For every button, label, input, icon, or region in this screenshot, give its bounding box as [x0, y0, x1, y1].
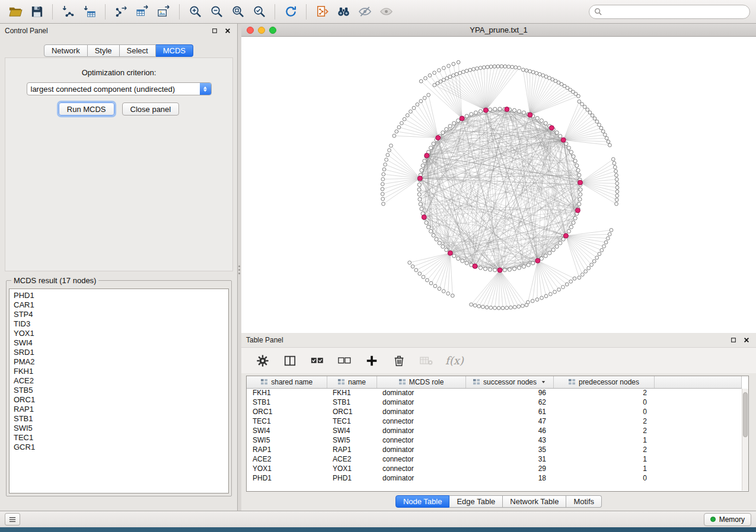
save-session-button[interactable]: [27, 3, 46, 21]
table-row[interactable]: TEC1TEC1connector472: [247, 416, 742, 426]
cell-predecessor-nodes[interactable]: 0: [553, 407, 654, 416]
search-network-button[interactable]: [334, 3, 353, 21]
delete-rows-button[interactable]: [391, 352, 407, 369]
minimize-window-icon[interactable]: [258, 27, 265, 34]
cell-name[interactable]: PHD1: [327, 473, 377, 483]
tab-motifs[interactable]: Motifs: [566, 495, 602, 508]
zoom-in-button[interactable]: [186, 3, 205, 21]
cell-predecessor-nodes[interactable]: 1: [553, 454, 654, 464]
cell-successor-nodes[interactable]: 46: [465, 426, 553, 435]
table-row[interactable]: ORC1ORC1dominator610: [247, 407, 742, 416]
table-vertical-scrollbar[interactable]: [742, 389, 748, 491]
mcds-result-item[interactable]: ORC1: [14, 395, 228, 405]
cell-mcds-role[interactable]: dominator: [377, 407, 465, 416]
run-mcds-button[interactable]: Run MCDS: [59, 102, 114, 116]
mcds-result-item[interactable]: SRD1: [14, 348, 228, 357]
cell-mcds-role[interactable]: dominator: [377, 445, 465, 454]
mcds-result-item[interactable]: RAP1: [14, 405, 228, 414]
cell-shared-name[interactable]: SWI4: [247, 426, 327, 435]
eye-button[interactable]: [377, 3, 395, 21]
cell-successor-nodes[interactable]: 62: [465, 398, 553, 407]
tab-select[interactable]: Select: [120, 44, 156, 57]
cell-mcds-role[interactable]: connector: [377, 416, 465, 426]
cell-shared-name[interactable]: TEC1: [247, 416, 327, 426]
cell-name[interactable]: ACE2: [327, 454, 377, 464]
network-canvas[interactable]: [241, 37, 756, 333]
cell-shared-name[interactable]: ORC1: [247, 407, 327, 416]
export-table-button[interactable]: [133, 3, 152, 21]
close-control-panel-button[interactable]: [223, 26, 232, 36]
table-row[interactable]: PHD1PHD1dominator180: [247, 473, 742, 483]
float-table-panel-button[interactable]: [729, 335, 738, 345]
cell-name[interactable]: RAP1: [327, 445, 377, 454]
cell-name[interactable]: STB1: [327, 398, 377, 407]
cell-successor-nodes[interactable]: 31: [465, 454, 553, 464]
import-network-file-button[interactable]: [59, 3, 78, 21]
search-input[interactable]: [605, 8, 745, 16]
mcds-result-item[interactable]: PHD1: [14, 291, 228, 300]
cell-predecessor-nodes[interactable]: 0: [553, 398, 654, 407]
export-image-button[interactable]: [154, 3, 173, 21]
import-table-file-button[interactable]: [80, 3, 99, 21]
mcds-result-item[interactable]: STB1: [14, 414, 228, 424]
cell-mcds-role[interactable]: connector: [377, 454, 465, 464]
cell-predecessor-nodes[interactable]: 2: [553, 445, 654, 454]
tab-node-table[interactable]: Node Table: [395, 495, 450, 508]
cell-successor-nodes[interactable]: 29: [465, 464, 553, 473]
show-columns-button[interactable]: [282, 352, 298, 369]
memory-button[interactable]: Memory: [704, 513, 751, 526]
table-row[interactable]: STB1STB1dominator620: [247, 398, 742, 407]
cell-name[interactable]: FKH1: [327, 388, 377, 398]
tab-network[interactable]: Network: [44, 44, 88, 57]
mcds-result-item[interactable]: STB5: [14, 386, 228, 395]
cell-mcds-role[interactable]: dominator: [377, 473, 465, 483]
show-graphics-details-button[interactable]: [355, 3, 374, 21]
table-row[interactable]: SWI5SWI5connector431: [247, 435, 742, 445]
close-window-icon[interactable]: [247, 27, 254, 34]
mcds-result-item[interactable]: FKH1: [14, 367, 228, 376]
mcds-result-item[interactable]: TEC1: [14, 433, 228, 443]
cell-name[interactable]: SWI4: [327, 426, 377, 435]
function-builder-button[interactable]: f(x): [445, 354, 464, 367]
table-row[interactable]: FKH1FKH1dominator962: [247, 388, 742, 398]
cell-shared-name[interactable]: ACE2: [247, 454, 327, 464]
add-row-button[interactable]: [363, 352, 380, 369]
cell-predecessor-nodes[interactable]: 2: [553, 426, 654, 435]
tab-network-table[interactable]: Network Table: [503, 495, 566, 508]
cell-name[interactable]: TEC1: [327, 416, 377, 426]
column-header-name[interactable]: name: [327, 376, 377, 388]
table-row[interactable]: YOX1YOX1connector291: [247, 464, 742, 473]
cell-name[interactable]: SWI5: [327, 435, 377, 445]
cell-name[interactable]: YOX1: [327, 464, 377, 473]
cell-shared-name[interactable]: FKH1: [247, 388, 327, 398]
mcds-result-item[interactable]: CAR1: [14, 300, 228, 310]
cell-shared-name[interactable]: YOX1: [247, 464, 327, 473]
sort-dropdown-icon[interactable]: [541, 379, 546, 384]
mcds-result-item[interactable]: PMA2: [14, 357, 228, 367]
cell-shared-name[interactable]: STB1: [247, 398, 327, 407]
zoom-selected-button[interactable]: [250, 3, 269, 21]
table-row[interactable]: RAP1RAP1dominator352: [247, 445, 742, 454]
clone-network-button[interactable]: [312, 3, 331, 21]
cell-mcds-role[interactable]: dominator: [377, 426, 465, 435]
cell-successor-nodes[interactable]: 96: [465, 388, 553, 398]
cell-mcds-role[interactable]: connector: [377, 435, 465, 445]
zoom-fit-button[interactable]: [228, 3, 247, 21]
network-graph[interactable]: [241, 37, 756, 333]
criterion-select[interactable]: largest connected component (undirected): [27, 82, 212, 95]
mcds-result-item[interactable]: STP4: [14, 310, 228, 319]
unselect-all-button[interactable]: [336, 352, 353, 369]
cell-shared-name[interactable]: SWI5: [247, 435, 327, 445]
export-network-button[interactable]: [111, 3, 130, 21]
cell-mcds-role[interactable]: connector: [377, 464, 465, 473]
mcds-result-item[interactable]: TID3: [14, 319, 228, 329]
close-table-panel-button[interactable]: [742, 335, 751, 345]
mcds-result-item[interactable]: ACE2: [14, 376, 228, 386]
table-row[interactable]: SWI4SWI4dominator462: [247, 426, 742, 435]
open-file-button[interactable]: [6, 3, 25, 21]
cell-predecessor-nodes[interactable]: 0: [553, 473, 654, 483]
close-panel-button[interactable]: Close panel: [122, 102, 180, 116]
mcds-result-item[interactable]: SWI5: [14, 424, 228, 433]
cell-name[interactable]: ORC1: [327, 407, 377, 416]
float-panel-button[interactable]: [210, 26, 219, 36]
